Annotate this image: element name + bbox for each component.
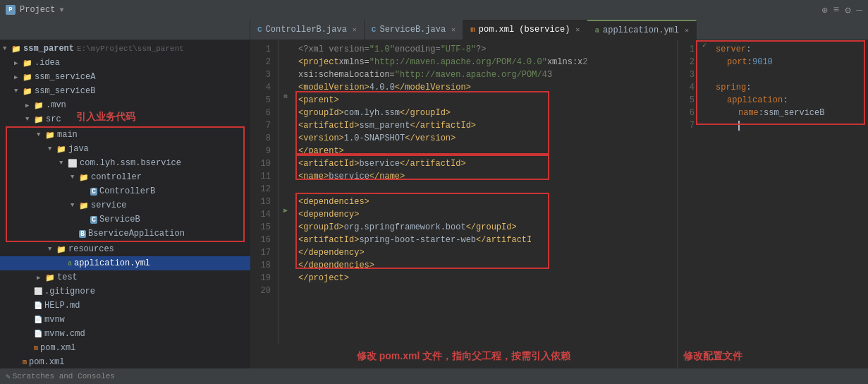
yaml-line-5: application: (716, 94, 862, 107)
tree-label-application-yml: application.yml (74, 258, 150, 268)
md-icon-file: 📄 (34, 301, 42, 310)
close-tab-applicationYml[interactable]: ✕ (685, 26, 689, 35)
folder-icon-serviceB: 📁 (23, 87, 32, 96)
tree-item-bservice-app[interactable]: B BserviceApplication (0, 227, 250, 241)
tree-item-package[interactable]: ▼ ⬜ com.lyh.ssm.bservice (0, 156, 250, 170)
file-icon-mvnw: 📄 (34, 316, 42, 324)
tab-label-controllerB: ControllerB.java (266, 25, 347, 35)
arrow-idea: ▶ (14, 59, 23, 67)
folder-icon-idea: 📁 (23, 59, 32, 68)
xml-file-icon-b: m (34, 344, 38, 352)
yml-icon-tab: a (594, 26, 599, 35)
tab-serviceB[interactable]: C ServiceB.java ✕ (365, 20, 463, 40)
tree-item-idea[interactable]: ▶ 📁 .idea (0, 56, 250, 70)
arrow-java: ▼ (48, 145, 56, 152)
tree-label-pom-parent: pom.xml (29, 357, 64, 367)
tree-item-ssm-parent[interactable]: ▼ 📁 ssm_parent E:\myProject\ssm_parent (0, 42, 250, 56)
tree-label-package: com.lyh.ssm.bservice (80, 158, 181, 168)
tree-item-pom-b[interactable]: m pom.xml (0, 341, 250, 355)
arrow-ssm-parent: ▼ (3, 45, 11, 52)
code-line-20 (298, 284, 671, 297)
tree-item-controller[interactable]: ▼ 📁 controller (0, 170, 250, 184)
tab-label-pomXml: pom.xml (bservice) (479, 25, 570, 35)
gear-icon[interactable]: ⚙ (845, 4, 850, 16)
tree-item-test[interactable]: ▶ 📁 test (0, 270, 250, 284)
tree-label-serviceB: ServiceB (99, 215, 140, 224)
status-bar: ✎ Scratches and Consoles (0, 368, 868, 384)
close-tab-controllerB[interactable]: ✕ (353, 25, 357, 34)
new-file-icon[interactable]: ⊕ (821, 4, 827, 16)
arrow-test: ▶ (37, 274, 45, 282)
close-tab-pomXml[interactable]: ✕ (575, 25, 580, 34)
tree-item-src[interactable]: ▼ 📁 src (0, 112, 250, 126)
tree-label-ssm-serviceB: ssm_serviceB (35, 86, 95, 96)
package-icon: ⬜ (68, 159, 78, 168)
tree-path: E:\myProject\ssm_parent (77, 44, 184, 53)
tree-label-controller: controller (91, 172, 142, 182)
project-dropdown[interactable]: ▼ (59, 6, 63, 14)
yaml-line-4: spring: (716, 81, 862, 94)
tree-item-mvn[interactable]: ▶ 📁 .mvn (0, 98, 250, 112)
tree-item-gitignore[interactable]: ⬜ .gitignore (0, 284, 250, 299)
status-scratches[interactable]: ✎ Scratches and Consoles (6, 372, 115, 381)
tree-item-service-folder[interactable]: ▼ 📁 service (0, 198, 250, 212)
yaml-inner: 1234567 ✓ server: (678, 40, 868, 344)
java-file-icon-svc: C (90, 216, 97, 224)
minimize-icon[interactable]: — (857, 4, 862, 16)
tree-item-ssm-serviceA[interactable]: ▶ 📁 ssm_serviceA (0, 70, 250, 84)
code-body-pom[interactable]: <?xml version="1.0" encoding="UTF-8"?> <… (293, 40, 677, 344)
arrow-svc: ▼ (71, 202, 79, 209)
yaml-annotation-container: 修改配置文件 (678, 344, 868, 368)
yaml-line-numbers: 1234567 (678, 40, 699, 344)
yaml-body[interactable]: server: port: 9010 spring: application: (710, 40, 868, 344)
git-icon-file: ⬜ (34, 287, 42, 296)
arrow-ctrl: ▼ (71, 174, 79, 181)
tree-label-pom-b: pom.xml (40, 343, 75, 353)
yaml-line-6: name: ssm_serviceB (716, 107, 862, 119)
folder-icon-main: 📁 (45, 131, 55, 140)
tree-label-test: test (57, 272, 78, 282)
folder-icon-serviceA: 📁 (23, 73, 32, 82)
file-icon-mvnw-cmd: 📄 (34, 330, 42, 338)
tree-label-idea: .idea (35, 58, 60, 68)
tree-item-application-yml[interactable]: a application.yml (0, 256, 250, 270)
tree-item-resources[interactable]: ▼ 📁 resources (0, 242, 250, 256)
bottom-annotation: 修改 pom.xml 文件，指向父工程，按需引入依赖 (250, 344, 677, 368)
tree-label-resources: resources (68, 244, 114, 254)
sidebar-tree: ▼ 📁 ssm_parent E:\myProject\ssm_parent ▶… (0, 40, 250, 368)
sidebar-tab-spacer (0, 20, 250, 40)
editor-tabs: C ControllerB.java ✕ C ServiceB.java ✕ m… (0, 20, 868, 40)
tree-label-ssm-serviceA: ssm_serviceA (35, 72, 95, 82)
tab-controllerB[interactable]: C ControllerB.java ✕ (250, 20, 365, 40)
tree-item-serviceB-file[interactable]: C ServiceB (0, 212, 250, 227)
code-line-11: <name>bservice</name> (298, 170, 671, 183)
folder-icon-ctrl: 📁 (79, 173, 89, 182)
gutter: m ▶ (279, 40, 293, 344)
project-icon: P (6, 5, 16, 15)
tree-label-controllerB: ControllerB (99, 186, 155, 196)
tree-item-pom-parent[interactable]: m pom.xml (0, 355, 250, 368)
java-file-icon-ctrl: C (90, 188, 97, 196)
tree-item-mvnw-cmd[interactable]: 📄 mvnw.cmd (0, 327, 250, 341)
tree-item-help-md[interactable]: 📄 HELP.md (0, 299, 250, 313)
java-file-icon-app: B (79, 230, 86, 238)
settings-icon[interactable]: ≡ (833, 4, 839, 16)
code-content: 12345 678910 1112131415 1617181920 m (250, 40, 677, 344)
tree-item-ssm-serviceB[interactable]: ▼ 📁 ssm_serviceB (0, 84, 250, 98)
scratches-status-icon: ✎ (6, 372, 11, 381)
tab-pomXml[interactable]: m pom.xml (bservice) ✕ (463, 20, 587, 40)
code-line-13: <dependencies> (298, 196, 671, 208)
code-line-10: <artifactId>bservice</artifactId> (298, 157, 671, 170)
tree-highlight-section: 引入业务代码 ▼ 📁 main (0, 126, 250, 242)
folder-icon-mvn: 📁 (34, 101, 44, 110)
tree-item-mvnw[interactable]: 📄 mvnw (0, 313, 250, 327)
java-icon: C (257, 25, 262, 34)
close-tab-serviceB[interactable]: ✕ (451, 25, 456, 34)
xml-file-icon-parent: m (23, 359, 27, 366)
tree-item-main[interactable]: ▼ 📁 main (0, 128, 250, 142)
code-line-5: <parent> (298, 94, 671, 107)
tree-item-java[interactable]: ▼ 📁 java (0, 142, 250, 156)
code-line-9: </parent> (298, 145, 671, 157)
tab-applicationYml[interactable]: a application.yml ✕ (587, 20, 697, 40)
tree-item-controllerB-file[interactable]: C ControllerB (0, 184, 250, 198)
